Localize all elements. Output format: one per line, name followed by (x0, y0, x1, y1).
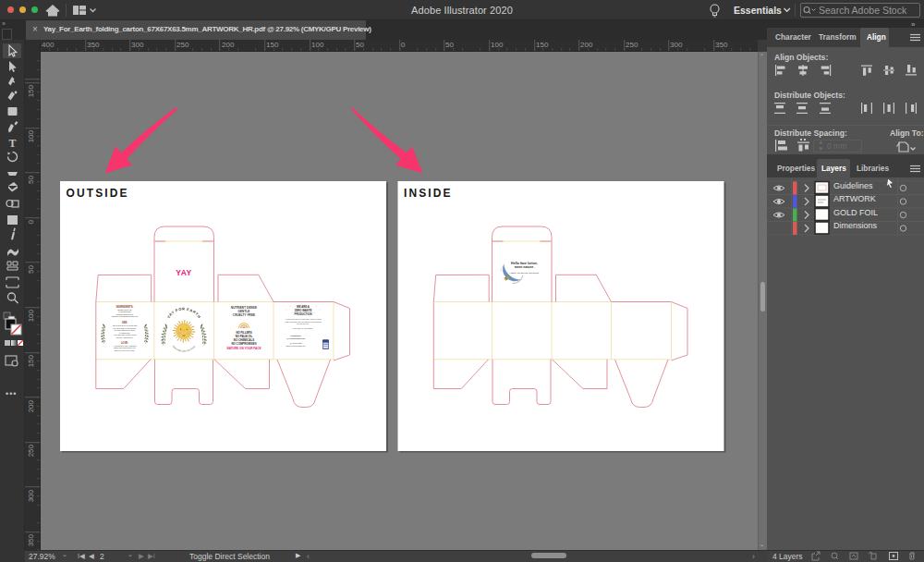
svg-text:Created by: Created by (290, 335, 301, 336)
svg-text:INSIDE: INSIDE (404, 187, 453, 200)
svg-text:YAY: YAY (176, 268, 192, 277)
svg-text:NATURE ON YOUR FACE: NATURE ON YOUR FACE (226, 347, 261, 350)
svg-text:NO COMPROMISES: NO COMPROMISES (231, 342, 256, 346)
svg-text:CRUELTY FREE: CRUELTY FREE (233, 313, 255, 317)
svg-text:•••: ••• (6, 389, 17, 398)
svg-text:into just their life.: into just their life. (297, 323, 310, 324)
svg-text:Store in a cool dry place.: Store in a cool dry place. (115, 349, 136, 351)
svg-text:I think you two will get along: I think you two will get along. (510, 272, 540, 275)
svg-text:Lotion with love and balance.: Lotion with love and balance. (293, 327, 314, 329)
svg-text:PRODUCTION: PRODUCTION (295, 312, 312, 316)
svg-text:Organic Pomegranate Seed Oil: Organic Pomegranate Seed Oil (112, 315, 139, 317)
svg-text:www.yayforearth.com: www.yayforearth.com (286, 345, 306, 347)
svg-text:0 mm: 0 mm (827, 141, 846, 151)
svg-text:T: T (8, 137, 16, 150)
svg-text:meet nature.: meet nature. (515, 265, 534, 269)
svg-text:before it gets better.: before it gets better. (116, 336, 134, 338)
svg-text:OUTSIDE: OUTSIDE (67, 187, 129, 200)
svg-text:Hello face lotion,: Hello face lotion, (511, 262, 538, 265)
